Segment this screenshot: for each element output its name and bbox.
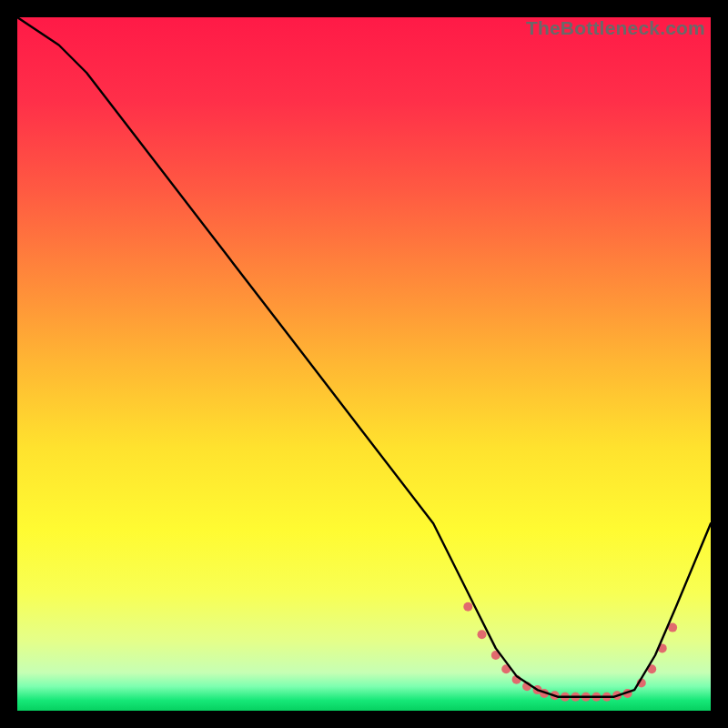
- watermark-text: TheBottleneck.com: [526, 17, 705, 39]
- bottleneck-curve: [17, 17, 711, 697]
- highlight-dot: [478, 630, 487, 639]
- curve-layer: [17, 17, 711, 711]
- chart-frame: TheBottleneck.com: [0, 0, 728, 728]
- highlight-dots: [463, 602, 677, 702]
- highlight-dot: [463, 602, 472, 612]
- plot-area: TheBottleneck.com: [17, 17, 711, 711]
